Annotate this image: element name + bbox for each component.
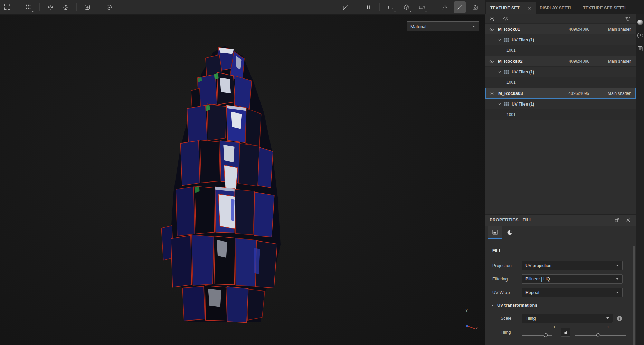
viewport-3d-icon[interactable] [400,1,412,13]
chevron-down-icon [425,11,427,12]
uv-tiles-row[interactable]: UV Tiles (1) [485,67,636,77]
filter-options-icon[interactable] [625,16,631,22]
material-sphere-icon[interactable] [637,19,643,26]
slider-knob[interactable] [544,333,548,337]
scrollbar-thumb[interactable] [633,246,635,345]
material-mode-select[interactable]: Material [407,21,479,31]
uv-tile-row[interactable]: 1001 [485,45,636,56]
uv-wrap-value: Repeat [525,290,539,295]
visibility-solo-icon[interactable] [503,16,509,22]
slider-knob[interactable] [596,333,600,337]
history-clock-icon[interactable] [637,32,643,39]
toolbar-separator [98,3,98,11]
visibility-all-icon[interactable] [489,16,495,22]
lock-ratio-button[interactable] [561,328,570,337]
list-panel-icon[interactable] [637,46,643,52]
close-tab-icon[interactable] [528,6,531,10]
toolbar-separator [18,3,18,11]
tiling-y-value: 1 [607,325,609,329]
texture-set-group: M_Rock01 4096x4096 Main shader UV Tiles … [485,24,636,56]
uv-tiles-row[interactable]: UV Tiles (1) [485,99,636,109]
viewport-2d-icon[interactable] [385,1,397,13]
eye-icon[interactable] [489,91,495,96]
uv-tile-id: 1001 [506,48,516,53]
symmetry-y-icon[interactable] [60,1,72,13]
paint-brush-icon[interactable] [454,1,466,13]
dock-tabbar: TEXTURE SET ... DISPLAY SETTI... TEXTURE… [485,0,644,14]
axis-y-label: Y [465,308,468,313]
toolbar-separator [39,3,40,11]
uv-tiles-label: UV Tiles (1) [512,70,534,75]
chevron-down-icon [472,26,475,27]
dot-grid-icon[interactable] [23,1,35,13]
viewport-3d[interactable]: Material Y x [0,15,485,345]
tab-display-settings[interactable]: DISPLAY SETTI... [536,2,579,14]
fill-properties-tab[interactable] [488,226,502,239]
texture-set-group: M_Rocks03 4096x4096 Main shader UV Tiles… [485,88,636,120]
uv-tile-row[interactable]: 1001 [485,77,636,88]
uv-grid-icon [504,38,509,42]
add-view-icon[interactable] [82,1,93,13]
lazy-mouse-icon[interactable] [103,1,115,13]
chevron-down-icon [606,317,609,319]
chevron-down-icon [32,11,34,12]
rock-model-mesh[interactable] [155,40,294,331]
uv-tiles-label: UV Tiles (1) [512,102,534,107]
axis-x-label: x [476,326,478,330]
particle-brush-icon[interactable] [438,1,450,13]
uv-tiles-row[interactable]: UV Tiles (1) [485,34,636,45]
projection-value: UV projection [525,263,551,268]
uv-tile-row[interactable]: 1001 [485,109,636,120]
uv-wrap-select[interactable]: Repeat [522,288,623,297]
shader-ball-tab[interactable] [503,226,517,239]
properties-tabs [485,226,636,239]
texture-set-name: M_Rocks02 [498,59,551,64]
tiling-x-slider[interactable] [522,333,552,337]
material-mode-value: Material [410,24,426,29]
uv-grid-icon [504,102,509,107]
popout-icon[interactable] [614,217,621,224]
projection-select[interactable]: UV projection [522,261,623,270]
chevron-down-icon[interactable] [498,70,501,74]
toolbar-separator [379,3,380,11]
top-toolbar [0,0,485,15]
texture-set-row[interactable]: M_Rocks02 4096x4096 Main shader [485,56,636,67]
texture-set-shader[interactable]: Main shader [593,91,631,96]
tab-label: TEXTURE SET SETTI... [583,6,629,10]
close-panel-icon[interactable] [625,217,632,224]
texture-set-shader[interactable]: Main shader [593,59,631,64]
info-icon[interactable] [616,315,623,322]
chevron-down-icon[interactable] [498,102,501,106]
texture-set-shader[interactable]: Main shader [593,27,631,32]
projection-label: Projection [492,263,522,268]
uv-transformations-header[interactable]: UV transformations [485,299,636,312]
tab-texture-set-settings[interactable]: TEXTURE SET SETTI... [579,2,633,14]
eye-icon[interactable] [489,59,494,64]
pause-engine-icon[interactable] [362,1,374,13]
scale-row: Scale Tiling [485,312,636,325]
eye-icon[interactable] [489,27,494,32]
camera-view-icon[interactable] [416,1,428,13]
texture-set-row[interactable]: M_Rock01 4096x4096 Main shader [485,24,636,34]
scale-label: Scale [501,316,522,321]
disable-stencil-icon[interactable] [340,1,352,13]
axis-z-origin [466,325,468,327]
uv-transformations-label: UV transformations [497,303,537,308]
properties-title: PROPERTIES - FILL [490,218,532,223]
right-dock: TEXTURE SET ... DISPLAY SETTI... TEXTURE… [485,0,644,345]
uv-tiles-label: UV Tiles (1) [512,38,534,42]
scale-select[interactable]: Tiling [522,314,613,323]
fill-selection-icon[interactable] [1,1,13,13]
chevron-down-icon[interactable] [498,38,501,42]
texture-set-toolbar [485,14,636,24]
tab-texture-set-list[interactable]: TEXTURE SET ... [486,2,536,14]
tiling-y-slider[interactable] [575,333,626,337]
texture-set-resolution: 4096x4096 [551,59,589,64]
texture-set-name: M_Rocks03 [498,91,551,96]
texture-set-row-selected[interactable]: M_Rocks03 4096x4096 Main shader [485,88,636,99]
symmetry-x-icon[interactable] [45,1,56,13]
filtering-select[interactable]: Bilinear | HQ [522,274,623,284]
screenshot-icon[interactable] [470,1,481,13]
lock-icon [563,330,568,335]
chevron-down-icon [616,292,619,293]
